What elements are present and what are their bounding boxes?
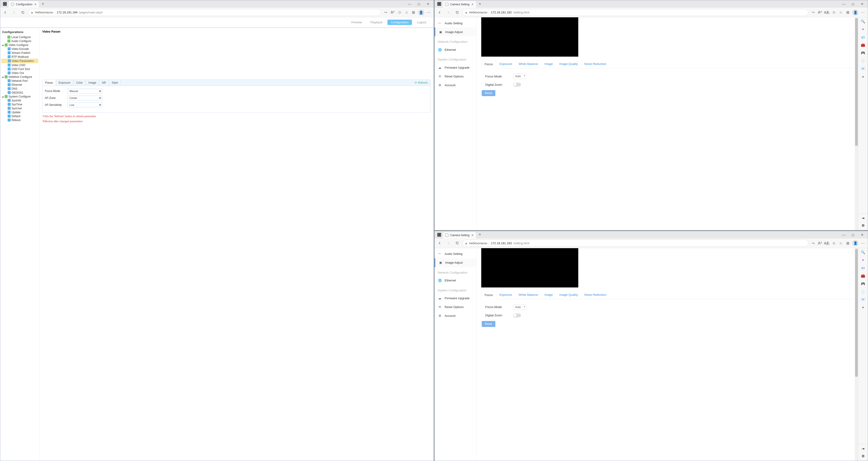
tree-system[interactable]: ◢System Configure	[1, 94, 38, 98]
copilot-icon[interactable]: ✦	[861, 27, 865, 32]
settings-sidebar-icon[interactable]: ⚙	[861, 454, 865, 458]
tab-white-balance[interactable]: White Balance	[516, 60, 541, 68]
nav-refresh[interactable]	[19, 9, 27, 16]
tree-video[interactable]: ◢Video Configure	[1, 43, 38, 47]
nav-refresh[interactable]	[454, 239, 461, 247]
text-size-icon[interactable]: Aᴬ	[817, 9, 823, 16]
tab-noise-reduction[interactable]: Noise Reduction	[581, 291, 610, 299]
add-sidebar-icon[interactable]: +	[861, 305, 865, 310]
window-minimize[interactable]: —	[839, 2, 848, 6]
scrollbar[interactable]	[855, 17, 858, 230]
menu-button[interactable]: ⋯	[426, 10, 432, 14]
tree-update[interactable]: Update	[1, 110, 38, 114]
url-input[interactable]: ▲ Небезопасно | 172.18.191.192/setting.h…	[462, 9, 809, 16]
tree-network-port[interactable]: Network Port	[1, 79, 38, 83]
window-maximize[interactable]: ◻	[848, 2, 858, 6]
tab-actions-icon[interactable]	[437, 233, 441, 237]
tree-audio[interactable]: Audio Configure	[1, 39, 38, 43]
new-tab-button[interactable]: +	[476, 2, 484, 6]
tab-actions-icon[interactable]	[437, 2, 441, 6]
outlook-icon[interactable]: 📧	[861, 66, 865, 71]
favorites-icon[interactable]: ☆	[837, 239, 844, 247]
nav-image-adjust[interactable]: ▣Image Adjust	[435, 258, 476, 267]
url-input[interactable]: ▲ Небезопасно | 172.18.191.193/setting.h…	[462, 240, 809, 247]
af-zone-select[interactable]: Center	[67, 96, 102, 100]
games-icon[interactable]: 🎮	[861, 51, 865, 55]
nav-account[interactable]: ⚙Account	[435, 81, 476, 89]
shopping-icon[interactable]: 🏷	[861, 266, 865, 270]
tab-actions-icon[interactable]	[3, 2, 7, 6]
tree-video-osd[interactable]: Video OSD	[1, 63, 38, 67]
collapse-sidebar-icon[interactable]: ⇥	[861, 447, 865, 451]
digital-zoom-toggle[interactable]	[513, 83, 521, 86]
scrollbar[interactable]	[855, 248, 858, 461]
favorites-icon[interactable]: ☆	[403, 9, 410, 16]
menu-button[interactable]: ⋯	[860, 10, 866, 14]
window-minimize[interactable]: —	[839, 233, 848, 237]
tab-white-balance[interactable]: White Balance	[516, 291, 541, 299]
new-tab-button[interactable]: +	[39, 2, 47, 6]
window-maximize[interactable]: ◻	[848, 233, 858, 237]
profile-avatar[interactable]: 👤	[852, 240, 858, 246]
link-playback[interactable]: Playback	[367, 20, 386, 25]
add-sidebar-icon[interactable]: +	[861, 74, 865, 79]
ptab-image[interactable]: Image	[86, 80, 99, 86]
circle-icon[interactable]: ◌	[861, 58, 865, 63]
tab-focus[interactable]: Focus	[481, 60, 496, 68]
tab-exposure[interactable]: Exposure	[496, 291, 516, 299]
window-close[interactable]: ✕	[858, 2, 867, 6]
favorites-add-icon[interactable]: ✩	[397, 9, 403, 16]
nav-image-adjust[interactable]: ▣Image Adjust	[435, 28, 476, 36]
profile-avatar[interactable]: 👤	[418, 9, 424, 16]
link-preview[interactable]: Preview	[348, 20, 365, 25]
refresh-button[interactable]: ⟳Refresh	[412, 80, 430, 86]
tab-image[interactable]: Image	[541, 291, 556, 299]
collections-icon[interactable]: ⊞	[844, 9, 851, 16]
nav-firmware[interactable]: ☁Firmware Upgrade	[435, 63, 476, 72]
url-input[interactable]: ▲ Небезопасно | 172.18.191.194/pages/mai…	[28, 9, 381, 16]
digital-zoom-toggle[interactable]	[513, 314, 521, 317]
tree-local[interactable]: Local Configure	[1, 35, 38, 39]
circle-icon[interactable]: ◌	[861, 289, 865, 294]
profile-avatar[interactable]: 👤	[852, 9, 858, 16]
tree-video-encode[interactable]: Video Encode	[1, 47, 38, 51]
nav-account[interactable]: ⚙Account	[435, 311, 476, 320]
ptab-exposure[interactable]: Exposure	[56, 80, 73, 86]
nav-audio-setting[interactable]: ⬳Audio Setting	[435, 19, 476, 28]
tree-video-out[interactable]: Video Out	[1, 71, 38, 75]
tree-sysuser[interactable]: SysUser	[1, 106, 38, 110]
tab-image-quality[interactable]: Image Quality	[556, 291, 581, 299]
search-icon[interactable]: 🔍	[861, 250, 865, 255]
games-icon[interactable]: 🎮	[861, 281, 865, 286]
browser-tab[interactable]: Camera Setting ✕	[443, 1, 476, 8]
nav-refresh[interactable]	[454, 9, 461, 16]
tree-reboot[interactable]: Reboot	[1, 118, 38, 122]
nav-back[interactable]	[2, 9, 9, 16]
nav-reset[interactable]: ⟲Reset Options	[435, 72, 476, 81]
collapse-sidebar-icon[interactable]: ⇥	[861, 216, 865, 220]
browser-tab[interactable]: Camera Setting ✕	[443, 232, 476, 239]
search-icon[interactable]: 🔍	[861, 19, 865, 24]
window-close[interactable]: ✕	[858, 233, 867, 237]
tree-stream-publish[interactable]: Stream Publish	[1, 51, 38, 55]
tab-close-icon[interactable]: ✕	[471, 3, 474, 6]
tree-systime[interactable]: SysTime	[1, 102, 38, 106]
nav-ethernet[interactable]: 🌐Ethernet	[435, 45, 476, 54]
text-size-icon[interactable]: Aᴬ	[817, 239, 823, 247]
tree-dns[interactable]: DNS	[1, 87, 38, 91]
nav-firmware[interactable]: ☁Firmware Upgrade	[435, 294, 476, 303]
tools-icon[interactable]: 🧰	[861, 43, 865, 48]
tree-sysattr[interactable]: SystAttr	[1, 98, 38, 102]
link-logout[interactable]: Logout	[414, 20, 430, 25]
favorites-add-icon[interactable]: ✩	[831, 239, 837, 247]
nav-reset[interactable]: ⟲Reset Options	[435, 303, 476, 311]
read-aloud-icon[interactable]: ⤳	[810, 239, 816, 247]
tree-default[interactable]: Default	[1, 114, 38, 118]
tab-image[interactable]: Image	[541, 60, 556, 68]
nav-back[interactable]	[436, 239, 443, 247]
window-minimize[interactable]: —	[405, 2, 414, 6]
tree-osd-font[interactable]: OSD Font Size	[1, 67, 38, 71]
nav-ethernet[interactable]: 🌐Ethernet	[435, 276, 476, 285]
browser-tab[interactable]: Configuration ✕	[8, 1, 39, 8]
tab-noise-reduction[interactable]: Noise Reduction	[581, 60, 610, 68]
